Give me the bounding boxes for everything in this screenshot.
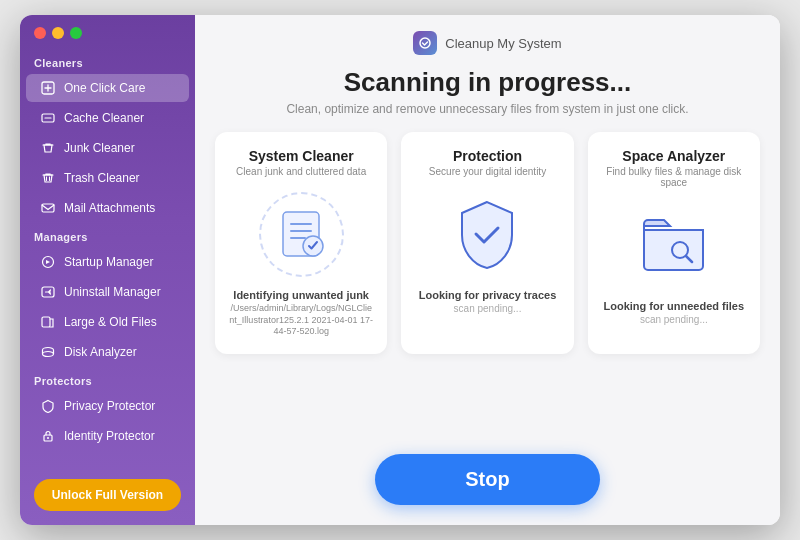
main-content: Cleanup My System Scanning in progress..… <box>195 15 780 525</box>
scanning-ring <box>259 192 344 277</box>
svg-point-9 <box>420 38 430 48</box>
svg-rect-5 <box>42 317 50 327</box>
app-window: Cleaners One Click Care Cache Cleaner <box>20 15 780 525</box>
svg-rect-2 <box>42 204 54 212</box>
page-title: Scanning in progress... <box>344 67 632 98</box>
one-click-care-icon <box>40 80 56 96</box>
sidebar-item-privacy-protector-label: Privacy Protector <box>64 399 155 413</box>
app-header: Cleanup My System <box>413 15 561 63</box>
system-cleaner-visual <box>256 189 346 279</box>
sidebar-item-identity-protector[interactable]: Identity Protector <box>26 422 189 450</box>
sidebar-item-one-click-care-label: One Click Care <box>64 81 145 95</box>
sidebar-item-large-old-files-label: Large & Old Files <box>64 315 157 329</box>
close-button[interactable] <box>34 27 46 39</box>
sidebar-item-identity-protector-label: Identity Protector <box>64 429 155 443</box>
protectors-section-label: Protectors <box>20 367 195 391</box>
protection-card-title: Protection <box>453 148 522 164</box>
sidebar-bottom: Unlock Full Version <box>20 465 195 525</box>
trash-cleaner-icon <box>40 170 56 186</box>
sidebar: Cleaners One Click Care Cache Cleaner <box>20 15 195 525</box>
unlock-full-version-button[interactable]: Unlock Full Version <box>34 479 181 511</box>
sidebar-item-disk-analyzer-label: Disk Analyzer <box>64 345 137 359</box>
protection-visual <box>442 189 532 279</box>
protection-card: Protection Secure your digital identity … <box>401 132 573 354</box>
space-analyzer-pending: scan pending... <box>640 314 708 325</box>
svg-point-8 <box>47 437 49 439</box>
protection-pending: scan pending... <box>454 303 522 314</box>
system-cleaner-status: Identifying unwanted junk <box>233 289 369 301</box>
sidebar-item-privacy-protector[interactable]: Privacy Protector <box>26 392 189 420</box>
sidebar-item-trash-cleaner[interactable]: Trash Cleaner <box>26 164 189 192</box>
cache-cleaner-icon <box>40 110 56 126</box>
space-analyzer-card: Space Analyzer Find bulky files & manage… <box>588 132 760 354</box>
sidebar-item-junk-cleaner-label: Junk Cleaner <box>64 141 135 155</box>
stop-button-wrapper: Stop <box>375 440 599 525</box>
system-cleaner-card-subtitle: Clean junk and cluttered data <box>236 166 366 177</box>
sidebar-item-startup-manager[interactable]: Startup Manager <box>26 248 189 276</box>
minimize-button[interactable] <box>52 27 64 39</box>
uninstall-manager-icon <box>40 284 56 300</box>
sidebar-item-disk-analyzer[interactable]: Disk Analyzer <box>26 338 189 366</box>
page-subtitle: Clean, optimize and remove unnecessary f… <box>286 102 688 116</box>
protection-card-subtitle: Secure your digital identity <box>429 166 546 177</box>
sidebar-item-large-old-files[interactable]: Large & Old Files <box>26 308 189 336</box>
system-cleaner-card-title: System Cleaner <box>249 148 354 164</box>
junk-cleaner-icon <box>40 140 56 156</box>
system-cleaner-path: /Users/admin/Library/Logs/NGLClient_Illu… <box>229 303 373 338</box>
cleaners-section-label: Cleaners <box>20 49 195 73</box>
svg-point-6 <box>43 352 54 357</box>
cards-row: System Cleaner Clean junk and cluttered … <box>195 132 780 354</box>
managers-section-label: Managers <box>20 223 195 247</box>
sidebar-item-junk-cleaner[interactable]: Junk Cleaner <box>26 134 189 162</box>
maximize-button[interactable] <box>70 27 82 39</box>
shield-icon <box>452 197 522 272</box>
space-analyzer-status: Looking for unneeded files <box>604 300 745 312</box>
sidebar-item-cache-cleaner-label: Cache Cleaner <box>64 111 144 125</box>
space-analyzer-visual <box>629 200 719 290</box>
space-analyzer-card-subtitle: Find bulky files & manage disk space <box>602 166 746 188</box>
disk-analyzer-icon <box>40 344 56 360</box>
privacy-protector-icon <box>40 398 56 414</box>
large-old-files-icon <box>40 314 56 330</box>
sidebar-item-mail-attachments[interactable]: Mail Attachments <box>26 194 189 222</box>
app-logo-icon <box>413 31 437 55</box>
svg-point-12 <box>672 242 688 258</box>
stop-button[interactable]: Stop <box>375 454 599 505</box>
app-title-label: Cleanup My System <box>445 36 561 51</box>
space-analyzer-card-title: Space Analyzer <box>622 148 725 164</box>
mail-attachments-icon <box>40 200 56 216</box>
sidebar-item-uninstall-manager-label: Uninstall Manager <box>64 285 161 299</box>
folder-search-icon <box>636 210 711 280</box>
sidebar-item-startup-manager-label: Startup Manager <box>64 255 153 269</box>
sidebar-item-one-click-care[interactable]: One Click Care <box>26 74 189 102</box>
sidebar-item-cache-cleaner[interactable]: Cache Cleaner <box>26 104 189 132</box>
sidebar-item-trash-cleaner-label: Trash Cleaner <box>64 171 140 185</box>
traffic-lights <box>20 15 195 49</box>
identity-protector-icon <box>40 428 56 444</box>
sidebar-item-uninstall-manager[interactable]: Uninstall Manager <box>26 278 189 306</box>
sidebar-item-mail-attachments-label: Mail Attachments <box>64 201 155 215</box>
system-cleaner-card: System Cleaner Clean junk and cluttered … <box>215 132 387 354</box>
startup-manager-icon <box>40 254 56 270</box>
protection-status: Looking for privacy traces <box>419 289 557 301</box>
